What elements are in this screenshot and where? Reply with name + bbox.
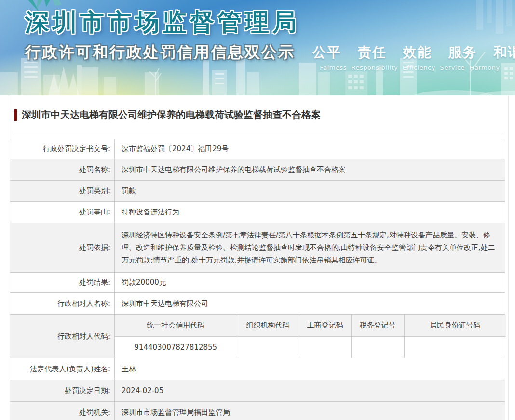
- site-subtitle: 行政许可和行政处罚信用信息双公示: [25, 41, 300, 63]
- site-title: 深圳市市场监督管理局: [25, 6, 300, 39]
- party-codes-table: 统一社会信用代码 组织机构代码 工商登记码 税务登记号 居民身份证号码 9144…: [115, 315, 506, 358]
- penalty-info-table: 行政处罚决定书文号: 深市监福处罚〔2024〕福田29号 处罚名称: 深圳市中天…: [10, 139, 505, 420]
- site-banner: 深圳市市场监督管理局 行政许可和行政处罚信用信息双公示 公平 责任 效能 服务 …: [0, 0, 515, 95]
- motto-block: 公平 责任 效能 服务 和谐 Faimess Responsibility Ef…: [312, 43, 507, 71]
- code-column-header: 工商登记码: [299, 315, 351, 336]
- motto-chinese: 公平 责任 效能 服务 和谐: [312, 43, 507, 62]
- header-divider: [14, 133, 503, 133]
- code-value: [299, 336, 351, 358]
- code-value: [351, 336, 404, 358]
- field-label: 处罚名称:: [10, 159, 115, 181]
- motto-english: Faimess Responsibility Efficiency Servic…: [312, 64, 507, 71]
- page-title: 深圳市中天达电梯有限公司维护保养的电梯载荷试验监督抽查不合格案: [14, 108, 503, 121]
- code-column-header: 统一社会信用代码: [115, 315, 237, 336]
- field-value: 罚款20000元: [115, 273, 505, 293]
- field-value: 罚款: [115, 181, 505, 202]
- codes-header-row: 统一社会信用代码 组织机构代码 工商登记码 税务登记号 居民身份证号码: [115, 315, 506, 336]
- field-label: 法定代表人(负责人)姓名:: [10, 358, 115, 380]
- field-value: 深圳市市场监督管理局福田监管局: [115, 402, 505, 420]
- table-row: 处罚名称: 深圳市中天达电梯有限公司维护保养的电梯载荷试验监督抽查不合格案: [10, 159, 505, 181]
- field-label: 行政相对人名称:: [10, 293, 115, 315]
- table-row: 法定代表人(负责人)姓名: 王林: [10, 358, 505, 380]
- table-row: 处罚事由: 特种设备违法行为: [10, 202, 505, 223]
- table-row: 处罚依据: 深圳经济特区特种设备安全条例/第七章法律责任/第八十条根据本条例第五…: [10, 223, 505, 273]
- field-label: 处罚机关:: [10, 402, 115, 420]
- field-value: 王林: [115, 358, 505, 380]
- topright-decoration-graphic: [472, 0, 515, 34]
- table-row: 处罚结果: 罚款20000元: [10, 273, 505, 293]
- code-column-header: 居民身份证号码: [404, 315, 506, 336]
- field-label: 处罚事由:: [10, 202, 115, 223]
- content-panel: 深圳市中天达电梯有限公司维护保养的电梯载荷试验监督抽查不合格案 行政处罚决定书文…: [9, 95, 509, 420]
- table-row: 处罚类别: 罚款: [10, 181, 505, 202]
- code-column-header: 组织机构代码: [237, 315, 299, 336]
- field-value: 深圳经济特区特种设备安全条例/第七章法律责任/第八十条根据本条例第五十条规定,对…: [115, 223, 505, 273]
- table-row: 行政相对人名称: 深圳市中天达电梯有限公司: [10, 293, 505, 315]
- codes-cell: 统一社会信用代码 组织机构代码 工商登记码 税务登记号 居民身份证号码 9144…: [115, 315, 505, 358]
- field-label: 行政处罚决定书文号:: [10, 139, 115, 159]
- field-label: 处罚结果:: [10, 273, 115, 293]
- table-row: 处罚决定日期: 2024-02-05: [10, 380, 505, 402]
- article-header: 深圳市中天达电梯有限公司维护保养的电梯载荷试验监督抽查不合格案: [9, 108, 508, 133]
- field-value: 深市监福处罚〔2024〕福田29号: [115, 139, 505, 159]
- code-value: [404, 336, 506, 358]
- title-accent-bar: [14, 109, 17, 121]
- field-label: 处罚类别:: [10, 181, 115, 202]
- field-label: 处罚依据:: [10, 223, 115, 273]
- field-value: 特种设备违法行为: [115, 202, 505, 223]
- field-value: 深圳市中天达电梯有限公司: [115, 293, 505, 315]
- table-row-codes: 行政相对人代码: 统一社会信用代码 组织机构代码 工商登记码 税务登记号 居民身…: [10, 315, 505, 358]
- code-value: 914403007827812855: [115, 336, 237, 358]
- field-label: 处罚决定日期:: [10, 380, 115, 402]
- field-value: 深圳市中天达电梯有限公司维护保养的电梯载荷试验监督抽查不合格案: [115, 159, 505, 181]
- code-value: [237, 336, 299, 358]
- field-label: 行政相对人代码:: [10, 315, 115, 358]
- codes-value-row: 914403007827812855: [115, 336, 506, 358]
- table-row: 行政处罚决定书文号: 深市监福处罚〔2024〕福田29号: [10, 139, 505, 159]
- table-row: 处罚机关: 深圳市市场监督管理局福田监管局: [10, 402, 505, 420]
- code-column-header: 税务登记号: [351, 315, 404, 336]
- field-value: 2024-02-05: [115, 380, 505, 402]
- page-title-text: 深圳市中天达电梯有限公司维护保养的电梯载荷试验监督抽查不合格案: [22, 108, 321, 121]
